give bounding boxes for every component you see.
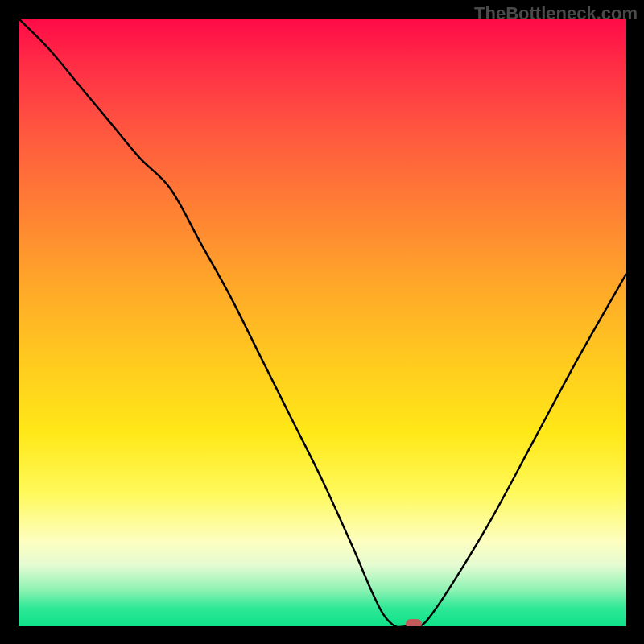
chart-container: TheBottleneck.com [0, 0, 644, 644]
bottleneck-curve [19, 19, 626, 626]
plot-area [19, 19, 626, 626]
optimal-point-marker [406, 619, 422, 626]
watermark-text: TheBottleneck.com [474, 3, 638, 24]
